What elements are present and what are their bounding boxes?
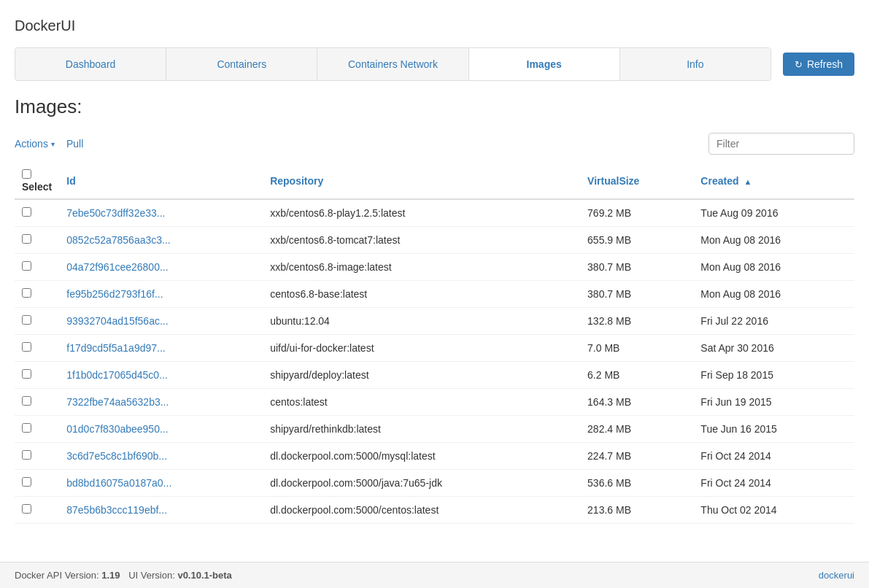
table-row: 87e5b6b3ccc119ebf... dl.dockerpool.com:5… — [15, 497, 854, 524]
tab-containers-network[interactable]: Containers Network — [317, 48, 468, 80]
table-row: 7322fbe74aa5632b3... centos:latest 164.3… — [15, 389, 854, 416]
row-checkbox[interactable] — [22, 234, 31, 244]
row-id[interactable]: 93932704ad15f56ac... — [59, 308, 263, 335]
tab-images[interactable]: Images — [469, 48, 620, 80]
row-id[interactable]: 0852c52a7856aa3c3... — [59, 227, 263, 254]
row-checkbox-cell — [15, 199, 59, 227]
col-created[interactable]: Created ▲ — [693, 163, 854, 199]
row-checkbox-cell — [15, 362, 59, 389]
row-created: Tue Jun 16 2015 — [693, 416, 854, 443]
refresh-icon: ↻ — [795, 59, 803, 70]
row-repository: xxb/centos6.8-image:latest — [263, 254, 580, 281]
refresh-button[interactable]: ↻ Refresh — [783, 53, 854, 76]
row-created: Mon Aug 08 2016 — [693, 254, 854, 281]
row-virtual-size: 380.7 MB — [580, 254, 693, 281]
filter-input[interactable] — [708, 133, 854, 155]
row-virtual-size: 7.0 MB — [580, 335, 693, 362]
table-row: 0852c52a7856aa3c3... xxb/centos6.8-tomca… — [15, 227, 854, 254]
row-checkbox[interactable] — [22, 396, 31, 406]
row-virtual-size: 380.7 MB — [580, 281, 693, 308]
table-row: fe95b256d2793f16f... centos6.8-base:late… — [15, 281, 854, 308]
row-created: Fri Jun 19 2015 — [693, 389, 854, 416]
table-row: 01d0c7f830abee950... shipyard/rethinkdb:… — [15, 416, 854, 443]
row-virtual-size: 213.6 MB — [580, 497, 693, 524]
row-created: Fri Sep 18 2015 — [693, 362, 854, 389]
table-row: 93932704ad15f56ac... ubuntu:12.04 132.8 … — [15, 308, 854, 335]
tab-containers[interactable]: Containers — [166, 48, 317, 80]
row-virtual-size: 164.3 MB — [580, 389, 693, 416]
row-checkbox-cell — [15, 335, 59, 362]
table-row: 04a72f961cee26800... xxb/centos6.8-image… — [15, 254, 854, 281]
row-checkbox[interactable] — [22, 207, 31, 217]
row-repository: uifd/ui-for-docker:latest — [263, 335, 580, 362]
row-checkbox[interactable] — [22, 315, 31, 325]
row-created: Mon Aug 08 2016 — [693, 281, 854, 308]
col-repository-label: Repository — [270, 175, 323, 187]
app-title: DockerUI — [15, 10, 854, 42]
row-repository: dl.dockerpool.com:5000/centos:latest — [263, 497, 580, 524]
table-row: 3c6d7e5c8c1bf690b... dl.dockerpool.com:5… — [15, 443, 854, 470]
row-created: Fri Oct 24 2014 — [693, 443, 854, 470]
tab-info[interactable]: Info — [620, 48, 770, 80]
page-title: Images: — [15, 96, 854, 118]
row-repository: shipyard/deploy:latest — [263, 362, 580, 389]
row-checkbox-cell — [15, 389, 59, 416]
row-id[interactable]: f17d9cd5f5a1a9d97... — [59, 335, 263, 362]
row-id[interactable]: 7322fbe74aa5632b3... — [59, 389, 263, 416]
row-repository: xxb/centos6.8-play1.2.5:latest — [263, 199, 580, 227]
row-checkbox[interactable] — [22, 261, 31, 271]
row-checkbox-cell — [15, 416, 59, 443]
row-id[interactable]: 87e5b6b3ccc119ebf... — [59, 497, 263, 524]
col-repository[interactable]: Repository — [263, 163, 580, 199]
row-created: Sat Apr 30 2016 — [693, 335, 854, 362]
row-checkbox[interactable] — [22, 477, 31, 487]
row-checkbox-cell — [15, 497, 59, 524]
row-repository: ubuntu:12.04 — [263, 308, 580, 335]
row-virtual-size: 224.7 MB — [580, 443, 693, 470]
row-id[interactable]: 01d0c7f830abee950... — [59, 416, 263, 443]
row-created: Fri Jul 22 2016 — [693, 308, 854, 335]
col-virtual-size[interactable]: VirtualSize — [580, 163, 693, 199]
row-id[interactable]: bd8bd16075a0187a0... — [59, 470, 263, 497]
pull-button[interactable]: Pull — [66, 138, 83, 150]
row-repository: dl.dockerpool.com:5000/java:7u65-jdk — [263, 470, 580, 497]
col-id[interactable]: Id — [59, 163, 263, 199]
row-checkbox-cell — [15, 308, 59, 335]
row-created: Mon Aug 08 2016 — [693, 227, 854, 254]
row-repository: dl.dockerpool.com:5000/mysql:latest — [263, 443, 580, 470]
actions-label: Actions — [15, 138, 48, 150]
row-checkbox-cell — [15, 470, 59, 497]
row-virtual-size: 769.2 MB — [580, 199, 693, 227]
table-row: f17d9cd5f5a1a9d97... uifd/ui-for-docker:… — [15, 335, 854, 362]
row-id[interactable]: 1f1b0dc17065d45c0... — [59, 362, 263, 389]
col-id-label: Id — [66, 175, 75, 187]
tab-dashboard[interactable]: Dashboard — [15, 48, 166, 80]
row-repository: shipyard/rethinkdb:latest — [263, 416, 580, 443]
row-id[interactable]: fe95b256d2793f16f... — [59, 281, 263, 308]
row-virtual-size: 6.2 MB — [580, 362, 693, 389]
select-all-checkbox[interactable] — [22, 169, 31, 179]
col-select-label: Select — [22, 181, 52, 193]
row-checkbox-cell — [15, 227, 59, 254]
row-created: Fri Oct 24 2014 — [693, 470, 854, 497]
row-id[interactable]: 3c6d7e5c8c1bf690b... — [59, 443, 263, 470]
table-row: 7ebe50c73dff32e33... xxb/centos6.8-play1… — [15, 199, 854, 227]
sort-asc-icon: ▲ — [744, 177, 752, 186]
row-id[interactable]: 7ebe50c73dff32e33... — [59, 199, 263, 227]
row-checkbox[interactable] — [22, 342, 31, 352]
pull-label: Pull — [66, 138, 83, 150]
row-virtual-size: 536.6 MB — [580, 470, 693, 497]
row-checkbox[interactable] — [22, 504, 31, 514]
actions-button[interactable]: Actions ▾ — [15, 138, 55, 150]
row-checkbox[interactable] — [22, 369, 31, 379]
row-checkbox[interactable] — [22, 288, 31, 298]
row-checkbox[interactable] — [22, 423, 31, 433]
row-virtual-size: 282.4 MB — [580, 416, 693, 443]
row-checkbox[interactable] — [22, 450, 31, 460]
row-repository: xxb/centos6.8-tomcat7:latest — [263, 227, 580, 254]
row-virtual-size: 132.8 MB — [580, 308, 693, 335]
row-created: Tue Aug 09 2016 — [693, 199, 854, 227]
col-virtual-size-label: VirtualSize — [587, 175, 639, 187]
row-id[interactable]: 04a72f961cee26800... — [59, 254, 263, 281]
row-repository: centos6.8-base:latest — [263, 281, 580, 308]
